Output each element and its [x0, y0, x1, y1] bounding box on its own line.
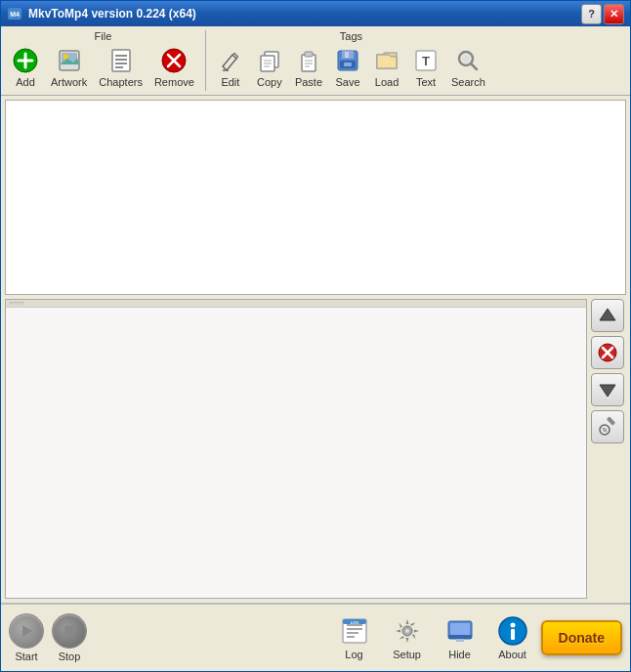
donate-button[interactable]: Donate	[541, 620, 622, 655]
tags-buttons: Edit Copy	[212, 44, 490, 91]
save-icon	[334, 47, 361, 74]
load-button[interactable]: Load	[368, 44, 405, 91]
paste-label: Paste	[295, 76, 322, 88]
start-icon	[18, 622, 35, 640]
svg-marker-38	[600, 309, 615, 320]
app-icon: M4	[7, 6, 22, 21]
title-controls: ? ✕	[581, 4, 624, 24]
copy-button[interactable]: Copy	[251, 44, 288, 91]
about-button[interactable]: About	[488, 610, 537, 665]
artwork-icon	[56, 47, 83, 74]
svg-rect-32	[344, 63, 352, 66]
remove-icon	[160, 47, 188, 74]
copy-icon	[256, 47, 283, 74]
text-label: Text	[416, 76, 436, 88]
svg-point-36	[462, 55, 470, 63]
remove-label: Remove	[154, 76, 194, 88]
tags-section-label: Tags	[212, 30, 490, 42]
stop-button[interactable]	[52, 613, 87, 649]
stop-section[interactable]: Stop	[52, 613, 87, 662]
log-label: Log	[345, 649, 362, 660]
side-delete-button[interactable]	[591, 336, 624, 369]
queue-panel[interactable]	[5, 299, 587, 599]
queue-header-tab	[10, 302, 23, 305]
down-icon	[597, 379, 618, 400]
svg-rect-24	[305, 52, 313, 57]
text-icon: T	[412, 47, 440, 74]
artwork-label: Artwork	[51, 76, 87, 88]
title-bar: M4 MkvToMp4 version 0.224 (x64) ? ✕	[1, 1, 630, 26]
svg-text:M4: M4	[10, 11, 20, 18]
remove-button[interactable]: Remove	[149, 44, 199, 91]
help-button[interactable]: ?	[581, 4, 602, 24]
bottom-bar: Start Stop LOG	[1, 603, 630, 671]
about-label: About	[498, 649, 526, 660]
setup-icon	[392, 615, 423, 647]
save-label: Save	[335, 76, 359, 88]
add-label: Add	[16, 76, 35, 88]
hide-icon	[444, 615, 476, 647]
svg-rect-61	[456, 639, 464, 642]
svg-line-37	[471, 63, 477, 69]
file-section: File Add	[7, 30, 199, 91]
file-list-panel[interactable]	[5, 100, 626, 295]
svg-rect-59	[450, 623, 470, 637]
load-icon	[373, 47, 400, 74]
queue-content	[6, 308, 586, 598]
up-icon	[597, 305, 618, 326]
svg-marker-47	[22, 625, 32, 637]
edit-label: Edit	[221, 76, 239, 88]
paste-icon	[295, 47, 322, 74]
window-title: MkvToMp4 version 0.224 (x64)	[28, 7, 196, 21]
delete-icon	[597, 342, 618, 363]
artwork-button[interactable]: Artwork	[46, 44, 92, 91]
svg-rect-44	[607, 416, 615, 425]
edit-icon	[217, 47, 244, 74]
up-button[interactable]	[591, 299, 624, 332]
chapters-icon	[107, 47, 135, 74]
paste-button[interactable]: Paste	[290, 44, 327, 91]
title-bar-left: M4 MkvToMp4 version 0.224 (x64)	[7, 6, 196, 21]
setup-label: Setup	[393, 649, 421, 660]
main-content	[1, 96, 630, 603]
chapters-label: Chapters	[99, 76, 143, 88]
load-label: Load	[375, 76, 399, 88]
start-section[interactable]: Start	[9, 613, 44, 662]
toolbar: File Add	[1, 26, 630, 96]
svg-rect-64	[511, 629, 515, 640]
start-label: Start	[15, 651, 37, 662]
svg-point-63	[510, 623, 515, 628]
close-button[interactable]: ✕	[604, 4, 624, 24]
log-button[interactable]: LOG Log	[330, 610, 379, 665]
svg-point-57	[405, 629, 409, 633]
tools-button[interactable]	[591, 410, 624, 443]
main-window: M4 MkvToMp4 version 0.224 (x64) ? ✕ File	[0, 0, 631, 672]
side-buttons	[591, 299, 626, 599]
stop-icon	[61, 622, 78, 640]
stop-label: Stop	[59, 651, 81, 662]
log-icon: LOG	[339, 615, 370, 647]
chapters-button[interactable]: Chapters	[94, 44, 147, 91]
svg-text:LOG: LOG	[350, 620, 358, 625]
svg-rect-30	[345, 52, 349, 58]
add-button[interactable]: Add	[7, 44, 44, 91]
search-button[interactable]: Search	[446, 44, 490, 91]
file-buttons: Add Artwork	[7, 44, 199, 91]
tools-icon	[597, 416, 618, 438]
save-button[interactable]: Save	[329, 44, 366, 91]
setup-button[interactable]: Setup	[383, 610, 432, 665]
down-button[interactable]	[591, 373, 624, 406]
search-label: Search	[451, 76, 485, 88]
svg-text:T: T	[422, 54, 430, 68]
svg-rect-60	[448, 635, 472, 639]
hide-button[interactable]: Hide	[436, 610, 484, 665]
queue-area	[5, 299, 626, 599]
tags-section: Tags Edit	[212, 30, 490, 91]
start-button[interactable]	[9, 613, 44, 649]
text-button[interactable]: T Text	[407, 44, 444, 91]
edit-button[interactable]: Edit	[212, 44, 249, 91]
svg-point-46	[603, 428, 607, 432]
search-icon	[454, 47, 482, 74]
toolbar-separator	[205, 30, 206, 91]
file-section-label: File	[7, 30, 199, 42]
